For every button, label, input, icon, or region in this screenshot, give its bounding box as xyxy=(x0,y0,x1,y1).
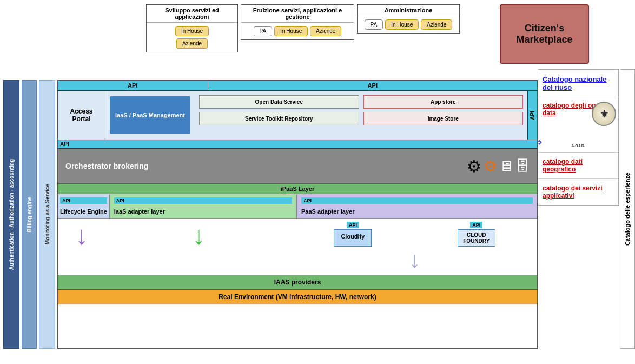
lifecycle-title: Lifecycle Engine xyxy=(60,208,107,215)
orchestrator-title: Orchestrator brokering xyxy=(65,162,148,170)
fruizione-box: Fruizione servizi, applicazioni e gestio… xyxy=(241,4,354,40)
iaas-paas-mgmt: IaaS / PaaS Management xyxy=(110,96,190,134)
inhousesvil-btn[interactable]: In House xyxy=(175,26,209,36)
agid-label: A.G.I.D. xyxy=(543,144,614,148)
service-toolkit: Service Toolkit Repository xyxy=(199,112,359,125)
main-content-area: API API Access Portal IaaS / PaaS Manage… xyxy=(57,80,538,349)
api-vertical-label: API xyxy=(527,91,537,140)
cloudfoundry-box: CLOUD FOUNDRY xyxy=(458,229,495,247)
api-iaas-label: API xyxy=(114,197,292,204)
api-paas-label: API xyxy=(301,197,533,204)
open-data-service: Open Data Service xyxy=(199,95,359,109)
top-api-row: API API xyxy=(58,81,537,91)
api-right-label: API xyxy=(208,82,537,89)
access-portal: Access Portal xyxy=(58,91,105,140)
app-store: App store xyxy=(363,95,524,109)
sviluppo-title: Sviluppo servizi ed applicazioni xyxy=(147,5,237,23)
cloud-api-row: API API xyxy=(293,222,536,228)
iaas-arrow-area: ↓ xyxy=(105,221,292,249)
paas-adapter-title: PaaS adapter layer xyxy=(301,208,533,215)
fruizione-title: Fruizione servizi, applicazioni e gestio… xyxy=(241,5,354,23)
arrow-paas-down-icon: ↓ xyxy=(409,247,420,273)
catalogo-servizi-item[interactable]: catalogo dei servizi applicativi xyxy=(538,179,618,205)
cloud-boxes: Cloudify CLOUD FOUNDRY xyxy=(293,229,536,247)
image-store: Image Store xyxy=(363,112,524,125)
services-group: Open Data Service Service Toolkit Reposi… xyxy=(195,91,527,140)
paas-adapter-box: API PaaS adapter layer xyxy=(297,194,537,218)
catalogo-dati-geo-item[interactable]: catalogo dati geografico xyxy=(538,153,618,179)
auth-bar: Authentication - Authorization - account… xyxy=(3,80,19,349)
inhouse-ammin-btn[interactable]: In House xyxy=(385,19,419,30)
sviluppo-box: Sviluppo servizi ed applicazioni In Hous… xyxy=(146,4,238,52)
ipaas-bar: iPaaS Layer xyxy=(58,184,537,194)
lifecycle-box: API Lifecycle Engine xyxy=(58,194,110,218)
database-icon: 🗄 xyxy=(515,158,530,175)
cloudify-box: Cloudify xyxy=(334,229,372,247)
paas-arrow-area: ↓ xyxy=(409,249,420,272)
aziende-svil-btn[interactable]: Aziende xyxy=(176,38,208,49)
api-cf-label: API xyxy=(470,222,482,228)
aziende-frui-btn[interactable]: Aziende xyxy=(310,26,341,36)
arrow-lc-down-icon: ↓ xyxy=(75,223,88,249)
adapter-section: API Lifecycle Engine API IaaS adapter la… xyxy=(58,194,537,219)
gear2-icon: ⚙ xyxy=(484,157,497,175)
pa-frui-btn[interactable]: PA xyxy=(254,26,273,36)
pa-ammin-btn[interactable]: PA xyxy=(365,19,383,30)
monitoring-bar: Monitoring as a Service xyxy=(39,80,55,349)
citizens-marketplace: Citizen's Marketplace xyxy=(500,4,589,64)
iaas-adapter-title: IaaS adapter layer xyxy=(114,208,292,215)
iaas-providers-bar: IAAS providers xyxy=(58,275,537,290)
right-services: App store Image Store xyxy=(363,95,524,135)
middle-api-row: API xyxy=(58,140,537,149)
catalogo-esperienze: Catalogo delle esperienze xyxy=(620,69,635,349)
portal-services-row: Access Portal IaaS / PaaS Management Ope… xyxy=(58,91,537,140)
api-left-label: API xyxy=(58,82,208,89)
lifecycle-arrow-area: ↓ xyxy=(58,221,105,249)
inhouse-frui-btn[interactable]: In House xyxy=(274,26,308,36)
arrow-iaas-down-icon: ↓ xyxy=(193,223,206,249)
aziende-ammin-btn[interactable]: Aziende xyxy=(421,19,452,30)
agid-logo: ⚜ xyxy=(592,102,616,126)
ammin-title: Amministrazione xyxy=(358,5,459,16)
amministrazione-box: Amministrazione PA In House Aziende xyxy=(357,4,460,34)
api-lc-label: API xyxy=(60,197,107,204)
right-catalog-panel: Catalogo nazionale del riuso catalogo de… xyxy=(538,69,619,206)
left-services: Open Data Service Service Toolkit Reposi… xyxy=(199,95,359,135)
orchestrator-icons: ⚙ ⚙ 🖥 🗄 xyxy=(467,157,530,176)
iaas-adapter-box: API IaaS adapter layer xyxy=(110,194,297,218)
architecture-diagram: Sviluppo servizi ed applicazioni In Hous… xyxy=(0,0,635,364)
orchestrator-section: Orchestrator brokering ⚙ ⚙ 🖥 🗄 xyxy=(58,149,537,184)
api-cloudify-label: API xyxy=(347,222,359,228)
server-stack-icon: 🖥 xyxy=(499,158,513,175)
catalogo-nazionale-item[interactable]: Catalogo nazionale del riuso xyxy=(538,70,618,97)
billing-bar: Billing engine xyxy=(22,80,37,349)
real-environment-bar: Real Environment (VM infrastructure, HW,… xyxy=(58,290,537,304)
arrows-cloud-section: ↓ ↓ API API Cloudify CLOUD F xyxy=(58,219,537,275)
gear1-icon: ⚙ xyxy=(467,157,481,176)
paas-cloud-area: API API Cloudify CLOUD FOUNDRY ↓ xyxy=(292,221,537,273)
